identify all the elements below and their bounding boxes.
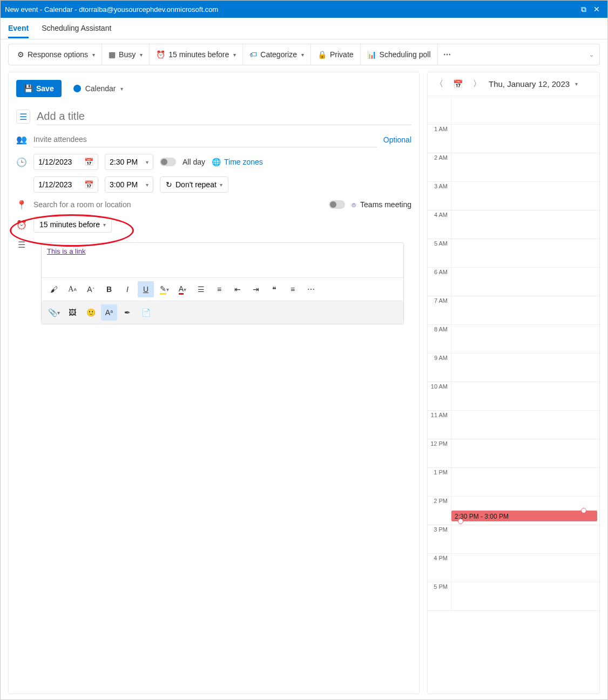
time-slot[interactable]: 9 AM (428, 354, 599, 382)
command-toolbar: ⚙ Response options ▾ ▦ Busy ▾ ⏰ 15 minut… (8, 44, 600, 65)
start-time-input[interactable]: 2:30 PM ▾ (105, 154, 153, 170)
end-date-input[interactable]: 1/12/2023 📅 (33, 176, 98, 193)
end-time-value: 3:00 PM (110, 180, 138, 189)
time-slot[interactable]: 1 AM (428, 125, 599, 153)
time-label: 7 AM (428, 296, 451, 324)
format-options-button[interactable]: ☰ (16, 110, 30, 124)
today-button[interactable]: 📅 (451, 78, 465, 90)
optional-attendees-link[interactable]: Optional (383, 135, 411, 144)
repeat-icon: ↻ (166, 180, 172, 189)
end-time-input[interactable]: 3:00 PM ▾ (105, 176, 153, 193)
reminder-dropdown[interactable]: 15 minutes before ▾ (33, 216, 112, 233)
time-slot[interactable]: 5 AM (428, 239, 599, 268)
quote-button[interactable]: ❝ (266, 281, 282, 297)
time-slot[interactable]: 7 AM (428, 296, 599, 325)
alarm-icon: ⏰ (16, 219, 27, 230)
more-button[interactable]: ⋯ (438, 50, 457, 59)
repeat-button[interactable]: ↻ Don't repeat ▾ (160, 176, 228, 193)
body-link[interactable]: This is a link (47, 247, 86, 255)
time-slot[interactable]: 10 AM (428, 382, 599, 411)
chevron-down-icon: ▾ (146, 159, 148, 165)
categorize-label: Categorize (260, 50, 297, 59)
format-painter-button[interactable]: 🖌 (46, 281, 62, 297)
numbering-button[interactable]: ≡ (211, 281, 227, 297)
insert-toolbar: 📎▾ 🖼 🙂 Aᵃ ✒ 📄 (42, 301, 403, 324)
calendar-picker[interactable]: Calendar ▾ (67, 84, 123, 93)
signature-button[interactable]: ✒ (119, 304, 136, 321)
insert-picture-button[interactable]: 🖼 (64, 304, 80, 321)
highlight-button[interactable]: ✎▾ (156, 281, 172, 297)
description-body[interactable]: This is a link (42, 243, 403, 277)
tab-event[interactable]: Event (8, 18, 29, 38)
popout-icon[interactable]: ⧉ (577, 5, 590, 14)
location-icon: 📍 (16, 199, 27, 210)
time-slot[interactable]: 2 AM (428, 153, 599, 182)
show-as-button[interactable]: ▦ Busy ▾ (102, 44, 150, 65)
time-label: 11 AM (428, 411, 451, 439)
teams-meeting-toggle[interactable] (329, 200, 345, 209)
time-slot[interactable]: 4 PM (428, 554, 599, 582)
time-slot[interactable]: 3 PM (428, 525, 599, 554)
emoji-button[interactable]: 🙂 (83, 304, 99, 321)
time-label: 8 AM (428, 325, 451, 353)
time-slot[interactable]: 2 PM2:30 PM - 3:00 PM (428, 497, 599, 525)
teams-meeting-label: ⌾ Teams meeting (352, 200, 411, 209)
day-label: Thu, January 12, 2023 (489, 79, 570, 89)
close-icon[interactable]: ✕ (590, 5, 603, 13)
show-as-label: Busy (119, 50, 136, 59)
time-zones-link[interactable]: 🌐 Time zones (212, 158, 263, 166)
lock-icon: 🔒 (317, 50, 327, 59)
attach-button[interactable]: 📎▾ (46, 304, 62, 321)
attendees-input[interactable] (33, 132, 377, 147)
title-input[interactable] (37, 108, 411, 125)
categorize-button[interactable]: 🏷 Categorize ▾ (243, 44, 311, 65)
align-button[interactable]: ≡ (285, 281, 301, 297)
underline-button[interactable]: U (138, 281, 154, 297)
clock-icon: 🕒 (16, 157, 27, 167)
indent-button[interactable]: ⇥ (248, 281, 264, 297)
font-size-button[interactable]: A˅ (83, 281, 99, 297)
time-slot[interactable]: 3 AM (428, 182, 599, 210)
outdent-button[interactable]: ⇤ (229, 281, 246, 297)
save-button[interactable]: 💾 Save (16, 80, 62, 97)
description-editor: This is a link 🖌 AA A˅ B I U ✎▾ A▾ ☰ ≡ ⇤… (41, 242, 404, 324)
expand-toolbar-button[interactable]: ⌄ (586, 51, 597, 58)
all-day-toggle[interactable] (160, 158, 176, 166)
time-slot[interactable]: 12 PM (428, 439, 599, 468)
font-color-button[interactable]: A▾ (174, 281, 191, 297)
time-label: 10 AM (428, 382, 451, 410)
calendar-icon: 📅 (84, 180, 93, 189)
scheduling-poll-button[interactable]: 📊 Scheduling poll (361, 44, 438, 65)
start-date-input[interactable]: 1/12/2023 📅 (33, 154, 98, 170)
more-format-button[interactable]: ⋯ (303, 281, 319, 297)
font-button[interactable]: AA (64, 281, 80, 297)
time-slot[interactable]: 4 AM (428, 210, 599, 239)
time-slot[interactable]: 1 PM (428, 468, 599, 497)
bold-button[interactable]: B (101, 281, 117, 297)
prev-day-button[interactable]: 〈 (433, 78, 445, 90)
time-slot[interactable]: 5 PM (428, 582, 599, 611)
private-button[interactable]: 🔒 Private (311, 44, 361, 65)
timeline[interactable]: 1 AM2 AM3 AM4 AM5 AM6 AM7 AM8 AM9 AM10 A… (428, 96, 599, 688)
next-day-button[interactable]: 〉 (471, 78, 483, 90)
time-slot[interactable]: 6 AM (428, 268, 599, 296)
globe-icon: 🌐 (212, 158, 221, 166)
time-slot[interactable] (428, 96, 599, 125)
location-input[interactable] (33, 200, 322, 209)
bullets-button[interactable]: ☰ (193, 281, 209, 297)
response-options-label: Response options (28, 50, 88, 59)
dictate-button[interactable]: 📄 (138, 304, 154, 321)
response-options-button[interactable]: ⚙ Response options ▾ (11, 44, 102, 65)
italic-button[interactable]: I (119, 281, 136, 297)
time-slot[interactable]: 11 AM (428, 411, 599, 439)
time-slot[interactable]: 8 AM (428, 325, 599, 354)
chevron-down-icon: ▾ (92, 52, 95, 58)
tab-scheduling-assistant[interactable]: Scheduling Assistant (42, 18, 111, 38)
poll-icon: 📊 (367, 50, 376, 59)
calendar-icon: 📅 (84, 158, 93, 166)
settings-icon: ⚙ (17, 50, 24, 59)
reminder-button[interactable]: ⏰ 15 minutes before ▾ (150, 44, 243, 65)
calendar-event-block[interactable]: 2:30 PM - 3:00 PM (451, 511, 597, 521)
format-toggle-button[interactable]: Aᵃ (101, 304, 117, 321)
time-label: 9 AM (428, 354, 451, 382)
